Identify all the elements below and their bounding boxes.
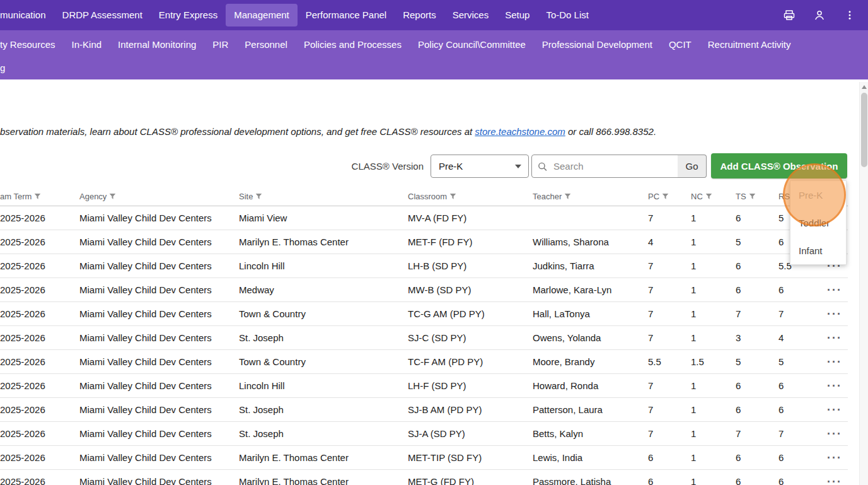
scrollbar-thumb[interactable] [861, 93, 867, 167]
cell-classroom: LH-F (SD PY) [407, 373, 531, 397]
print-button[interactable] [781, 7, 797, 23]
column-header-teacher[interactable]: Teacher [531, 187, 647, 206]
kebab-menu-icon [844, 9, 855, 21]
topnav-item-performance-panel[interactable]: Performance Panel [298, 4, 395, 26]
table-row[interactable]: 2025-2026Miami Valley Child Dev CentersS… [0, 397, 848, 421]
subnav-item-pir[interactable]: PIR [204, 39, 236, 50]
row-menu-button[interactable]: ⋯ [826, 377, 842, 394]
cell-site: Town & Country [238, 301, 407, 325]
add-class-observation-button[interactable]: Add CLASS® Observation [711, 153, 847, 178]
subnav-item-ty-resources[interactable]: ty Resources [0, 39, 64, 50]
topnav-item-setup[interactable]: Setup [497, 4, 538, 26]
row-menu-button[interactable]: ⋯ [826, 353, 842, 370]
cell-nc: 1 [690, 325, 734, 349]
topnav-item-management[interactable]: Management [226, 4, 298, 26]
subnav-item-recruitment-activity[interactable]: Recruitment Activity [700, 39, 799, 50]
row-menu-button[interactable]: ⋯ [826, 424, 842, 441]
table-row[interactable]: 2025-2026Miami Valley Child Dev CentersM… [0, 230, 848, 254]
filter-icon [255, 193, 262, 200]
table-row[interactable]: 2025-2026Miami Valley Child Dev CentersM… [0, 278, 848, 301]
cell-site: Lincoln Hill [238, 373, 407, 397]
subnav-item-in-kind[interactable]: In-Kind [64, 39, 110, 50]
column-header-site[interactable]: Site [238, 187, 407, 206]
column-label: Teacher [533, 192, 562, 201]
cell-agency: Miami Valley Child Dev Centers [78, 421, 238, 445]
table-row[interactable]: 2025-2026Miami Valley Child Dev CentersM… [0, 206, 848, 230]
column-header-am-term[interactable]: am Term [0, 187, 78, 206]
cell-nc: 1 [690, 230, 734, 254]
subnav-item-personnel[interactable]: Personnel [236, 39, 296, 50]
secondary-navigation: ty ResourcesIn-KindInternal MonitoringPI… [0, 30, 868, 79]
table-row[interactable]: 2025-2026Miami Valley Child Dev CentersS… [0, 421, 848, 445]
cell-pc: 7 [647, 397, 690, 421]
row-menu-button[interactable]: ⋯ [826, 400, 842, 418]
class-version-dropdown[interactable]: Pre-K [431, 155, 529, 178]
cell-classroom: LH-B (SD PY) [407, 254, 531, 278]
cell-site: Marilyn E. Thomas Center [238, 469, 407, 485]
cell-agency: Miami Valley Child Dev Centers [78, 325, 238, 349]
cell-agency: Miami Valley Child Dev Centers [78, 445, 238, 469]
subnav-item-internal-monitoring[interactable]: Internal Monitoring [110, 39, 204, 50]
topnav-item-to-do-list[interactable]: To-Do List [538, 4, 597, 26]
table-header-row: am TermAgencySiteClassroomTeacherPCNCTSR… [0, 187, 848, 206]
cell-site: St. Joseph [238, 397, 407, 421]
cell-term: 2025-2026 [0, 278, 78, 301]
column-header-classroom[interactable]: Classroom [407, 187, 531, 206]
column-header-agency[interactable]: Agency [78, 187, 238, 206]
cell-agency: Miami Valley Child Dev Centers [78, 349, 238, 373]
printer-icon [783, 9, 796, 21]
user-icon [813, 9, 826, 21]
vertical-scrollbar[interactable] [859, 82, 868, 485]
row-menu-button[interactable]: ⋯ [826, 448, 842, 465]
column-header-pc[interactable]: PC [647, 187, 690, 206]
cell-ts: 6 [734, 254, 777, 278]
more-menu-button[interactable] [842, 7, 858, 23]
filter-icon [705, 193, 712, 200]
cell-nc: 1 [690, 254, 734, 278]
primary-nav-items: municationDRDP AssessmentEntry ExpressMa… [0, 0, 597, 30]
table-row[interactable]: 2025-2026Miami Valley Child Dev CentersL… [0, 373, 848, 397]
table-row[interactable]: 2025-2026Miami Valley Child Dev CentersM… [0, 445, 848, 469]
subnav-item-g[interactable]: g [0, 62, 13, 73]
secondary-nav-row-2: g [0, 58, 868, 77]
primary-navigation: municationDRDP AssessmentEntry ExpressMa… [0, 0, 868, 30]
row-menu-button[interactable]: ⋯ [826, 305, 842, 322]
row-menu-button[interactable]: ⋯ [826, 281, 842, 298]
cell-term: 2025-2026 [0, 230, 78, 254]
search-input[interactable] [531, 155, 678, 178]
subnav-item-policy-council-committee[interactable]: Policy Council\Committee [410, 39, 534, 50]
table-row[interactable]: 2025-2026Miami Valley Child Dev CentersT… [0, 349, 848, 373]
column-label: Site [239, 192, 253, 201]
row-menu-button[interactable]: ⋯ [826, 472, 842, 485]
topnav-item-munication[interactable]: munication [0, 4, 54, 26]
menu-option-pre-k[interactable]: Pre-K [790, 181, 846, 209]
topnav-item-drdp-assessment[interactable]: DRDP Assessment [54, 4, 151, 26]
cell-ts: 6 [734, 206, 777, 230]
teachstone-store-link[interactable]: store.teachstone.com [475, 126, 565, 137]
go-button[interactable]: Go [678, 155, 707, 178]
cell-teacher: Lewis, India [531, 445, 647, 469]
subnav-item-qcit[interactable]: QCIT [661, 39, 700, 50]
table-row[interactable]: 2025-2026Miami Valley Child Dev CentersL… [0, 254, 848, 278]
column-header-nc[interactable]: NC [690, 187, 734, 206]
cell-rsp: 6 [777, 373, 819, 397]
subnav-item-professional-development[interactable]: Professional Development [534, 39, 661, 50]
column-header-ts[interactable]: TS [734, 187, 777, 206]
cell-term: 2025-2026 [0, 349, 78, 373]
cell-classroom: MW-B (SD PY) [407, 278, 531, 301]
table-row[interactable]: 2025-2026Miami Valley Child Dev CentersT… [0, 301, 848, 325]
menu-option-infant[interactable]: Infant [790, 237, 846, 264]
scroll-up-icon[interactable] [862, 85, 867, 89]
topnav-item-reports[interactable]: Reports [395, 4, 444, 26]
user-button[interactable] [811, 7, 828, 23]
table-row[interactable]: 2025-2026Miami Valley Child Dev CentersM… [0, 469, 848, 485]
subnav-item-policies-and-processes[interactable]: Policies and Processes [296, 39, 410, 50]
row-menu-button[interactable]: ⋯ [826, 329, 842, 346]
cell-classroom: MET-G (FD FY) [407, 469, 531, 485]
topnav-item-entry-express[interactable]: Entry Express [151, 4, 226, 26]
menu-option-toddler[interactable]: Toddler [790, 209, 846, 237]
column-label: am Term [0, 192, 32, 201]
cell-classroom: MET-F (FD FY) [407, 230, 531, 254]
table-row[interactable]: 2025-2026Miami Valley Child Dev CentersS… [0, 325, 848, 349]
topnav-item-services[interactable]: Services [444, 4, 497, 26]
